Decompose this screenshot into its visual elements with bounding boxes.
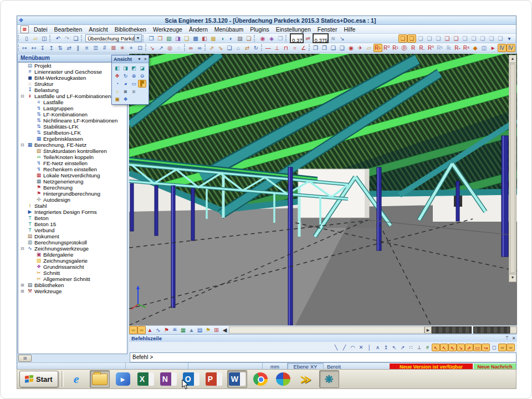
taskbar-scia-engineer[interactable]: ❋ — [319, 370, 339, 388]
snap-icon[interactable]: ↥ — [382, 344, 390, 351]
toolbar-icon[interactable]: Ik — [444, 44, 453, 52]
save-icon[interactable]: ◫ — [40, 34, 49, 43]
toolbar-icon[interactable]: ∿ — [154, 326, 162, 334]
menu-plugins[interactable]: Plugins — [247, 26, 272, 33]
scroll-right-icon[interactable]: ▶ — [424, 326, 432, 334]
tree-item-nichtlineare-lf[interactable]: ⇅ Nichtlineare LF-Kombinationen — [18, 117, 127, 124]
menu-ansicht[interactable]: Ansicht — [85, 26, 111, 33]
tree-item-projekt[interactable]: ▤ Projekt — [18, 63, 127, 69]
toolbar-icon[interactable]: ◉ — [347, 44, 356, 52]
tree-item-lastfaelle-gruppe[interactable]: ⊟ ↡ Lastfälle und LF-Kombinationen — [18, 93, 127, 99]
scroll-up-icon[interactable]: ▲ — [509, 55, 516, 63]
tree-item-fe-netz[interactable]: ↯ FE-Netz einstellen — [18, 160, 127, 166]
window-icon[interactable]: ❏ — [71, 34, 80, 43]
tree-item-lastfaelle[interactable]: ≡ Lastfälle — [18, 99, 127, 105]
toolbar-icon[interactable]: ⊠ — [109, 44, 118, 52]
undo-icon[interactable]: ↶ — [54, 34, 63, 43]
clipping-box-icon[interactable]: ▣ — [113, 95, 121, 103]
tree-item-stahlbeton-lfk[interactable]: ⇅ Stahlbeton-LFK — [18, 130, 127, 136]
zoom-all-icon[interactable]: ◔ — [113, 80, 121, 88]
snap-icon[interactable]: ✕ — [357, 344, 365, 351]
tree-item-lokale-netzverdichtung[interactable]: ▦ Lokale Netzverdichtung — [18, 172, 127, 178]
tree-item-beton[interactable]: T Beton — [18, 215, 127, 221]
menu-datei[interactable]: Datei — [30, 26, 51, 33]
menu-tree[interactable]: ▤ Projekt # Linienraster und Geschosse ◼… — [18, 62, 127, 354]
snap-icon[interactable]: ╱ — [340, 344, 349, 351]
tree-item-linienraster[interactable]: # Linienraster und Geschosse — [18, 69, 127, 75]
redo-icon[interactable]: ↷ — [63, 34, 71, 43]
snap-icon[interactable]: ↖ — [440, 344, 448, 351]
toolbar-icon[interactable]: ⇗ — [207, 44, 216, 52]
title-bar[interactable]: ❖ Scia Engineer 15.3.120 - [Überdachung … — [17, 16, 516, 25]
menu-werkzeuge[interactable]: Werkzeuge — [150, 26, 186, 33]
toolbar-icon[interactable]: ↘ — [148, 44, 157, 52]
tree-item-verbund[interactable]: T Verbund — [18, 227, 127, 233]
toolbar-icon[interactable]: ◫ — [480, 44, 489, 52]
tree-item-werkzeuge[interactable]: ⊞ ⚒ Werkzeuge — [18, 288, 127, 294]
toolbar-icon[interactable]: ≝ — [171, 326, 179, 334]
menu-fenster[interactable]: Fenster — [314, 26, 341, 33]
toolbar-icon[interactable]: # — [100, 44, 109, 52]
toolbar-icon[interactable]: ❑ — [338, 44, 347, 52]
toolbar-icon[interactable]: ↦ — [21, 44, 29, 52]
toolbar-icon[interactable]: ❒ — [156, 34, 165, 43]
toolbar-icon[interactable]: ▲ — [146, 326, 154, 334]
toolbar-icon[interactable]: R⁰ — [382, 44, 391, 52]
chevron-down-icon[interactable]: ▼ — [134, 35, 141, 42]
tree-item-dokument[interactable]: ▤ Dokument — [18, 233, 127, 239]
toolbar-icon[interactable]: ▧ — [165, 34, 173, 43]
view-top-icon[interactable]: ◪ — [138, 64, 146, 72]
toolbar-icon[interactable]: ◈ — [267, 34, 276, 43]
toolbar-icon[interactable]: ❏ — [416, 34, 425, 43]
toolbar-icon[interactable]: ⌂ — [234, 44, 243, 52]
toolbar-icon[interactable]: Rᵏ — [436, 44, 444, 52]
panel-toggle-button[interactable]: ⊞ — [18, 355, 32, 362]
toolbar-icon[interactable]: ↘ — [337, 34, 346, 43]
tree-item-autodesign[interactable]: ✣ Autodesign — [18, 197, 127, 203]
toolbar-icon[interactable]: R° — [427, 44, 436, 52]
tree-item-zeichnungsgalerie[interactable]: ▨ Zeichnungsgalerie — [18, 258, 127, 264]
toolbar-icon[interactable]: ⇘ — [216, 44, 225, 52]
draw-angle-icon[interactable]: ∠ — [299, 44, 308, 52]
toolbar-icon[interactable]: ❏ — [461, 34, 469, 43]
toolbar-icon[interactable]: ◐ — [227, 34, 236, 43]
render-mode-icon[interactable]: ❏ — [407, 34, 416, 43]
tree-item-teile-knoten[interactable]: ∞ Teile/Knoten koppeln — [18, 154, 127, 160]
toolbar-icon[interactable]: ▨ — [236, 34, 244, 43]
toolbar-icon[interactable]: ✳ — [118, 44, 127, 52]
horizontal-scrollbar-thumb[interactable] — [432, 326, 472, 334]
tree-item-grundrissansicht[interactable]: ❖ Grundrissansicht — [18, 264, 127, 270]
viewport-vertical-scrollbar[interactable]: ▲ ▼ — [509, 55, 516, 282]
toolbar-icon[interactable]: R. — [418, 44, 427, 52]
snap-icon[interactable]: ↗ — [398, 344, 407, 351]
tree-item-bim[interactable]: ◼ BIM-Werkzeugkasten — [18, 75, 127, 81]
toolbar-icon[interactable]: ▦ — [209, 34, 218, 43]
toolbar-icon[interactable]: ❐ — [147, 34, 156, 43]
snap-icon[interactable]: # — [423, 344, 432, 351]
snap-icon[interactable]: ▭ — [473, 344, 482, 351]
toolbar-icon[interactable]: ❐ — [311, 44, 320, 52]
toolbar-icon[interactable]: ▤ — [196, 326, 204, 334]
tree-item-bildergalerie[interactable]: ▣ Bildergalerie — [18, 252, 127, 258]
tree-item-stabilitaets-lfk[interactable]: ⇅ Stabilitäts-LFK — [18, 124, 127, 130]
tree-item-belastung[interactable]: ↧ Belastung — [18, 87, 127, 93]
toolbar-icon[interactable]: ❏ — [496, 34, 505, 43]
toolbar-icon[interactable]: ↻ — [252, 44, 260, 52]
horizontal-scrollbar-thumb[interactable] — [473, 326, 510, 334]
toolbar-icon[interactable]: ▱ — [365, 44, 374, 52]
ansicht-palette[interactable]: Ansicht ▼ ✕ ◧◨◩◪✥↻⊕⊖◔◕▭▛☼◙◙▣❖ — [111, 55, 149, 105]
vertical-scrollbar-thumb[interactable] — [510, 64, 515, 273]
snap-icon[interactable]: ↖ — [390, 344, 398, 351]
palette-icon[interactable] — [138, 88, 146, 95]
perspective-icon[interactable]: ❖ — [121, 95, 130, 103]
start-button[interactable]: Start — [19, 371, 58, 387]
draw-perpendicular-icon[interactable]: ⊥ — [273, 44, 282, 52]
draw-line-icon[interactable]: — — [264, 44, 273, 52]
toolbar-icon[interactable]: ◉ — [258, 34, 267, 43]
toolbar-icon[interactable]: ❏ — [225, 44, 234, 52]
taskbar-file-explorer[interactable] — [90, 370, 110, 388]
link-icon[interactable]: ∞ — [137, 326, 146, 334]
tree-expander[interactable]: ⊟ — [21, 245, 27, 252]
tree-item-lf-kombinationen[interactable]: ⇅ LF-Kombinationen — [18, 111, 127, 117]
tree-item-berechnung[interactable]: ⚑ Berechnung — [18, 185, 127, 191]
